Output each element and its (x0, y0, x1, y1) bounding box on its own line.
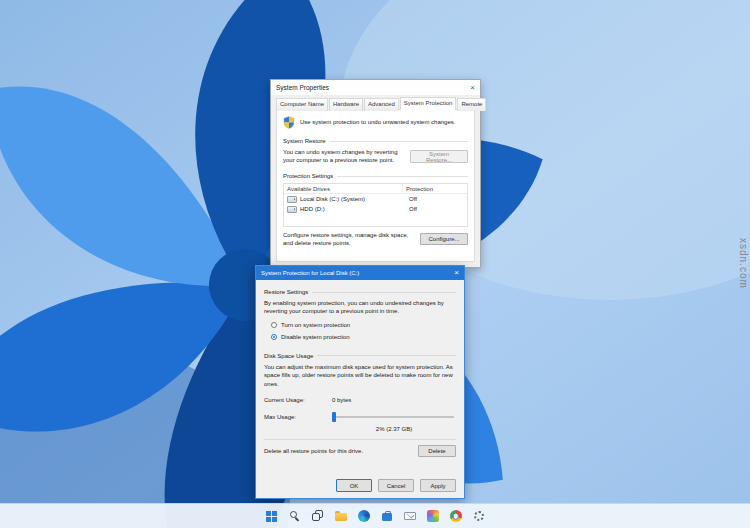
max-usage-slider[interactable] (332, 412, 456, 422)
drive-dialog-body: Restore Settings By enabling system prot… (256, 280, 464, 498)
dialog-footer: OK Cancel Apply (336, 479, 456, 492)
search-icon[interactable] (287, 508, 303, 524)
task-view-icon[interactable] (310, 508, 326, 524)
max-usage-row: Max Usage: (264, 412, 456, 422)
radio-button-selected-icon[interactable] (271, 334, 277, 340)
drive-dialog-title: System Protection for Local Disk (C:) (261, 270, 359, 276)
drive-cell: Local Disk (C:) (System) (284, 196, 405, 203)
configure-row: Configure restore settings, manage disk … (283, 231, 468, 247)
hard-drive-icon (287, 206, 297, 213)
divider (312, 292, 456, 293)
table-row[interactable]: Local Disk (C:) (System) Off (284, 194, 467, 204)
cancel-button[interactable]: Cancel (378, 479, 414, 492)
system-restore-button[interactable]: System Restore... (410, 150, 468, 163)
system-properties-title: System Properties (276, 84, 329, 91)
tab-hardware[interactable]: Hardware (329, 98, 363, 111)
browser-icon[interactable] (448, 508, 464, 524)
system-restore-row: You can undo system changes by reverting… (283, 148, 468, 164)
desktop: xsdn.com System Properties × Computer Na… (0, 0, 750, 528)
apply-button[interactable]: Apply (420, 479, 456, 492)
system-properties-tab-strip: Computer Name Hardware Advanced System P… (276, 98, 487, 111)
radio-disable-protection[interactable]: Disable system protection (271, 334, 456, 340)
table-header: Available Drives Protection (284, 184, 467, 194)
delete-description: Delete all restore points for this drive… (264, 448, 363, 454)
divider (317, 355, 456, 356)
drive-name: HDD (D:) (300, 206, 325, 212)
tab-advanced[interactable]: Advanced (364, 98, 399, 111)
disk-space-heading: Disk Space Usage (264, 353, 313, 359)
system-protection-drive-dialog: System Protection for Local Disk (C:) × … (255, 265, 465, 499)
max-usage-label: Max Usage: (264, 414, 332, 420)
column-available-drives[interactable]: Available Drives (284, 184, 402, 193)
system-protection-tab-page: Use system protection to undo unwanted s… (276, 109, 475, 262)
close-icon[interactable]: × (454, 269, 459, 277)
protection-status: Off (405, 196, 467, 202)
system-restore-group: System Restore (283, 138, 468, 144)
slider-track (332, 416, 454, 418)
restore-settings-heading: Restore Settings (264, 289, 308, 295)
protection-settings-heading: Protection Settings (283, 173, 333, 179)
current-usage-row: Current Usage: 0 bytes (264, 397, 456, 403)
current-usage-label: Current Usage: (264, 397, 332, 403)
watermark: xsdn.com (738, 238, 749, 289)
hard-drive-icon (287, 196, 297, 203)
drive-dialog-titlebar[interactable]: System Protection for Local Disk (C:) × (256, 266, 464, 280)
protection-settings-group: Protection Settings (283, 173, 468, 179)
restore-settings-group: Restore Settings (264, 289, 456, 295)
delete-button[interactable]: Delete (418, 445, 456, 457)
file-explorer-icon[interactable] (333, 508, 349, 524)
table-empty-space (284, 214, 467, 226)
disk-space-group: Disk Space Usage (264, 353, 456, 359)
divider (330, 141, 468, 142)
current-usage-value: 0 bytes (332, 397, 351, 403)
tab-system-protection[interactable]: System Protection (400, 97, 457, 110)
store-icon[interactable] (379, 508, 395, 524)
start-icon[interactable] (264, 508, 280, 524)
configure-button[interactable]: Configure... (420, 233, 468, 245)
tab-remote[interactable]: Remote (457, 98, 486, 111)
intro-row: Use system protection to undo unwanted s… (283, 116, 468, 129)
taskbar-icon-group (264, 508, 487, 524)
close-icon[interactable]: × (470, 84, 475, 92)
system-restore-description: You can undo system changes by reverting… (283, 148, 401, 164)
max-usage-slider-thumb[interactable] (332, 412, 336, 422)
system-properties-titlebar[interactable]: System Properties × (271, 80, 480, 95)
delete-row: Delete all restore points for this drive… (264, 445, 456, 457)
radio-label: Turn on system protection (281, 322, 350, 328)
configure-description: Configure restore settings, manage disk … (283, 231, 415, 247)
max-usage-value: 2% (2.37 GB) (332, 426, 456, 432)
taskbar (0, 503, 750, 528)
disk-space-description: You can adjust the maximum disk space us… (264, 363, 456, 388)
radio-label: Disable system protection (281, 334, 350, 340)
intro-text: Use system protection to undo unwanted s… (300, 119, 460, 127)
uac-shield-icon (283, 116, 295, 129)
system-properties-dialog: System Properties × Computer Name Hardwa… (270, 79, 481, 268)
edge-icon[interactable] (356, 508, 372, 524)
table-row[interactable]: HDD (D:) Off (284, 204, 467, 214)
mail-icon[interactable] (402, 508, 418, 524)
divider (264, 439, 456, 440)
radio-turn-on-protection[interactable]: Turn on system protection (271, 322, 456, 328)
column-protection[interactable]: Protection (402, 184, 467, 193)
radio-button-icon[interactable] (271, 322, 277, 328)
ok-button[interactable]: OK (336, 479, 372, 492)
restore-settings-description: By enabling system protection, you can u… (264, 299, 456, 316)
tab-computer-name[interactable]: Computer Name (276, 98, 328, 111)
photos-icon[interactable] (425, 508, 441, 524)
protection-status: Off (405, 206, 467, 212)
settings-icon[interactable] (471, 508, 487, 524)
drive-cell: HDD (D:) (284, 206, 405, 213)
drive-name: Local Disk (C:) (System) (300, 196, 365, 202)
protection-drives-table: Available Drives Protection Local Disk (… (283, 183, 468, 227)
divider (337, 176, 468, 177)
system-restore-heading: System Restore (283, 138, 326, 144)
